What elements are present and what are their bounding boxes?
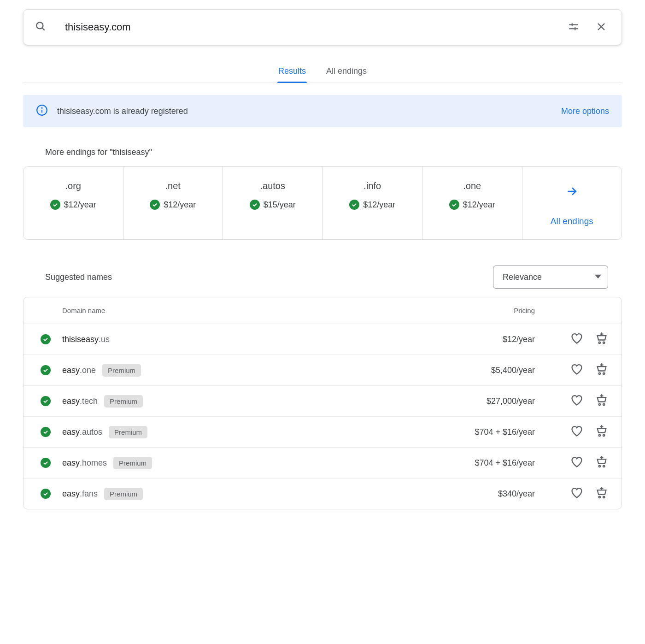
suggested-table: Domain name Pricing thisiseasy.us$12/yea…	[23, 297, 622, 509]
sort-select[interactable]: Relevance	[493, 266, 608, 289]
caret-down-icon	[595, 272, 601, 282]
suggested-header: Suggested names Relevance	[23, 266, 622, 289]
heart-icon	[570, 332, 583, 347]
domain-price: $704 + $16/year	[452, 458, 544, 468]
check-icon	[150, 200, 160, 210]
registered-alert: thisiseasy.com is already registered Mor…	[23, 95, 622, 127]
domain-name: easy.autosPremium	[62, 426, 452, 438]
favorite-button[interactable]	[570, 363, 584, 377]
svg-point-34	[599, 496, 601, 498]
heart-icon	[570, 486, 583, 501]
check-icon	[41, 334, 51, 344]
check-icon	[41, 396, 51, 406]
table-row[interactable]: easy.techPremium$27,000/year	[23, 385, 622, 416]
th-domain: Domain name	[62, 307, 452, 314]
table-row[interactable]: easy.autosPremium$704 + $16/year	[23, 416, 622, 447]
tab-all-endings[interactable]: All endings	[325, 61, 368, 83]
tune-icon	[568, 21, 580, 34]
heart-icon	[570, 363, 583, 378]
ending-price: $12/year	[463, 200, 495, 210]
add-to-cart-button[interactable]	[595, 487, 609, 501]
ending-card[interactable]: .info$12/year	[323, 167, 423, 239]
ending-tld: .autos	[260, 181, 285, 191]
heart-icon	[570, 394, 583, 408]
favorite-button[interactable]	[570, 456, 584, 470]
check-icon	[250, 200, 260, 210]
ending-card[interactable]: .autos$15/year	[223, 167, 323, 239]
cart-icon	[595, 363, 608, 378]
more-options-link[interactable]: More options	[561, 106, 609, 116]
check-icon	[41, 489, 51, 499]
domain-price: $340/year	[452, 489, 544, 499]
tab-results[interactable]: Results	[277, 61, 307, 83]
table-header: Domain name Pricing	[23, 297, 622, 324]
all-endings-label: All endings	[551, 216, 593, 226]
svg-point-15	[603, 342, 605, 344]
domain-name: easy.onePremium	[62, 364, 452, 377]
check-icon	[41, 365, 51, 375]
arrow-right-icon	[566, 185, 578, 200]
ending-tld: .net	[165, 181, 181, 191]
heart-icon	[570, 425, 583, 439]
favorite-button[interactable]	[570, 425, 584, 439]
domain-name: thisiseasy.us	[62, 335, 452, 344]
table-row[interactable]: thisiseasy.us$12/year	[23, 324, 622, 354]
ending-card[interactable]: .net$12/year	[123, 167, 223, 239]
domain-name: easy.fansPremium	[62, 488, 452, 500]
all-endings-link[interactable]: All endings	[522, 167, 622, 239]
svg-point-19	[603, 373, 605, 375]
heart-icon	[570, 455, 583, 470]
ending-tld: .info	[364, 181, 381, 191]
add-to-cart-button[interactable]	[595, 425, 609, 439]
check-icon	[41, 427, 51, 437]
ending-price: $12/year	[164, 200, 196, 210]
svg-point-23	[603, 404, 605, 406]
ending-card[interactable]: .one$12/year	[422, 167, 522, 239]
cart-icon	[595, 486, 608, 501]
premium-badge: Premium	[104, 395, 143, 408]
favorite-button[interactable]	[570, 487, 584, 501]
cart-icon	[595, 394, 608, 408]
svg-point-10	[41, 108, 42, 108]
close-icon	[596, 21, 607, 34]
clear-button[interactable]	[592, 18, 610, 36]
endings-title: More endings for "thisiseasy"	[45, 148, 622, 157]
svg-point-35	[603, 496, 605, 498]
svg-point-18	[599, 373, 601, 375]
tabs: Results All endings	[23, 61, 622, 83]
filter-button[interactable]	[564, 18, 583, 36]
cart-icon	[595, 332, 608, 347]
check-icon	[449, 200, 459, 210]
premium-badge: Premium	[104, 488, 143, 500]
add-to-cart-button[interactable]	[595, 332, 609, 346]
search-icon	[35, 20, 47, 34]
check-icon	[349, 200, 359, 210]
table-row[interactable]: easy.onePremium$5,400/year	[23, 354, 622, 385]
alert-text: thisiseasy.com is already registered	[57, 106, 552, 116]
svg-line-1	[42, 28, 44, 30]
domain-price: $12/year	[452, 335, 544, 344]
domain-name: easy.homesPremium	[62, 457, 452, 469]
search-bar	[23, 9, 622, 45]
premium-badge: Premium	[109, 426, 147, 438]
add-to-cart-button[interactable]	[595, 394, 609, 408]
ending-card[interactable]: .org$12/year	[23, 167, 123, 239]
th-pricing: Pricing	[452, 307, 544, 314]
domain-name: easy.techPremium	[62, 395, 452, 408]
favorite-button[interactable]	[570, 394, 584, 408]
table-row[interactable]: easy.fansPremium$340/year	[23, 478, 622, 509]
ending-price: $12/year	[64, 200, 96, 210]
search-input[interactable]	[56, 21, 555, 34]
favorite-button[interactable]	[570, 332, 584, 346]
svg-point-31	[603, 466, 605, 467]
add-to-cart-button[interactable]	[595, 456, 609, 470]
ending-tld: .one	[463, 181, 481, 191]
svg-point-0	[36, 22, 43, 29]
cart-icon	[595, 455, 608, 470]
svg-point-22	[599, 404, 601, 406]
sort-value: Relevance	[503, 272, 542, 282]
add-to-cart-button[interactable]	[595, 363, 609, 377]
svg-point-30	[599, 466, 601, 467]
premium-badge: Premium	[113, 457, 152, 469]
table-row[interactable]: easy.homesPremium$704 + $16/year	[23, 447, 622, 478]
